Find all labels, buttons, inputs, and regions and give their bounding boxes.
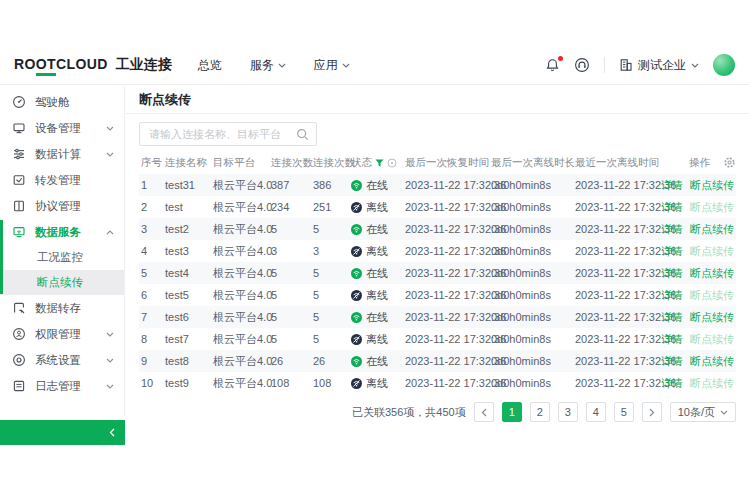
- permission-icon: [12, 327, 26, 341]
- detail-link[interactable]: 详情: [661, 354, 683, 369]
- cell-last-offline-time: 2023-11-22 17:32:36: [575, 355, 661, 367]
- help-circle-icon[interactable]: [387, 158, 397, 168]
- cell-target-platform: 根云平台4.0: [213, 376, 271, 391]
- detail-link[interactable]: 详情: [661, 288, 683, 303]
- resume-link[interactable]: 断点续传: [690, 354, 734, 369]
- nav-item-applications[interactable]: 应用: [314, 57, 350, 74]
- detail-link[interactable]: 详情: [661, 310, 683, 325]
- sidebar-item-protocol-management[interactable]: 协议管理: [0, 193, 124, 219]
- cell-target-platform: 根云平台4.0: [213, 178, 271, 193]
- cell-last-offline-duration: 0d0h0min8s: [491, 333, 575, 345]
- search-icon[interactable]: [296, 128, 309, 141]
- resume-link[interactable]: 断点续传: [690, 332, 734, 347]
- divider: [604, 57, 605, 73]
- sidebar-item-device-management[interactable]: 设备管理: [0, 115, 124, 141]
- table-row: 8 test7 根云平台4.0 5 5 离线 2023-11-22 17:32:…: [139, 328, 736, 350]
- prev-page-button[interactable]: [474, 402, 494, 422]
- cell-last-recover-time: 2023-11-22 17:32:36: [405, 289, 491, 301]
- detail-link[interactable]: 详情: [661, 266, 683, 281]
- filter-funnel-icon[interactable]: [375, 159, 384, 168]
- cell-connection-name: test3: [165, 245, 213, 257]
- offline-status-icon: [351, 378, 362, 389]
- cell-target-platform: 根云平台4.0: [213, 222, 271, 237]
- next-page-button[interactable]: [642, 402, 662, 422]
- detail-link[interactable]: 详情: [661, 376, 683, 391]
- cell-seq: 4: [139, 245, 165, 257]
- cell-last-recover-time: 2023-11-22 17:32:36: [405, 223, 491, 235]
- chevron-left-icon: [109, 428, 115, 437]
- cell-seq: 7: [139, 311, 165, 323]
- sidebar-item-breakpoint-resume[interactable]: 断点续传: [0, 270, 124, 295]
- cell-last-offline-time: 2023-11-22 17:32:36: [575, 267, 661, 279]
- cell-last-recover-time: 2023-11-22 17:32:36: [405, 377, 491, 389]
- sidebar-item-system-settings[interactable]: 系统设置: [0, 347, 124, 373]
- cell-last-recover-time: 2023-11-22 17:32:36: [405, 179, 491, 191]
- settings-icon: [12, 353, 26, 367]
- page-button-5[interactable]: 5: [614, 402, 634, 422]
- resume-link[interactable]: 断点续传: [690, 244, 734, 259]
- cell-seq: 8: [139, 333, 165, 345]
- detail-link[interactable]: 详情: [661, 244, 683, 259]
- cell-last-recover-time: 2023-11-22 17:32:36: [405, 267, 491, 279]
- resume-link[interactable]: 断点续传: [690, 178, 734, 193]
- table-row: 9 test8 根云平台4.0 26 26 在线 2023-11-22 17:3…: [139, 350, 736, 372]
- table-row: 10 test9 根云平台4.0 108 108 离线 2023-11-22 1…: [139, 372, 736, 394]
- cell-connect-count-2: 108: [313, 377, 351, 389]
- brand-logo[interactable]: ROOTCLOUD 工业连接: [14, 56, 172, 74]
- page-button-1[interactable]: 1: [502, 402, 522, 422]
- resume-link[interactable]: 断点续传: [690, 222, 734, 237]
- page-button-3[interactable]: 3: [558, 402, 578, 422]
- resume-link[interactable]: 断点续传: [690, 266, 734, 281]
- table-header-row: 序号 连接名称 目标平台 连接次数 连接次数 状态 最后一次恢复时间 最后一次离…: [139, 152, 736, 174]
- table-row: 1 test31 根云平台4.0 387 386 在线 2023-11-22 1…: [139, 174, 736, 196]
- resume-link[interactable]: 断点续传: [690, 200, 734, 215]
- cell-last-offline-duration: 0d0h0min8s: [491, 201, 575, 213]
- sidebar-item-data-dump[interactable]: 数据转存: [0, 295, 124, 321]
- headset-icon[interactable]: [574, 57, 590, 73]
- cell-last-offline-time: 2023-11-22 17:32:36: [575, 333, 661, 345]
- sidebar-item-forward-management[interactable]: 转发管理: [0, 167, 124, 193]
- page-button-2[interactable]: 2: [530, 402, 550, 422]
- sidebar-collapse-button[interactable]: [0, 420, 125, 445]
- sidebar-item-permission-management[interactable]: 权限管理: [0, 321, 124, 347]
- notification-bell-icon[interactable]: [545, 58, 560, 73]
- detail-link[interactable]: 详情: [661, 222, 683, 237]
- resume-link[interactable]: 断点续传: [690, 310, 734, 325]
- pagination-summary: 已关联356项，共450项: [352, 405, 466, 420]
- chevron-down-icon: [106, 126, 114, 131]
- table-row: 5 test4 根云平台4.0 5 5 在线 2023-11-22 17:32:…: [139, 262, 736, 284]
- sidebar-item-condition-monitoring[interactable]: 工况监控: [0, 245, 124, 270]
- detail-link[interactable]: 详情: [661, 200, 683, 215]
- search-input[interactable]: [147, 127, 290, 141]
- cell-target-platform: 根云平台4.0: [213, 288, 271, 303]
- cell-status: 离线: [351, 200, 405, 215]
- sidebar-item-cockpit[interactable]: 驾驶舱: [0, 89, 124, 115]
- org-switcher[interactable]: 测试企业: [619, 57, 699, 74]
- nav-item-overview[interactable]: 总览: [198, 57, 222, 74]
- chevron-down-icon: [106, 332, 114, 337]
- cell-connection-name: test5: [165, 289, 213, 301]
- detail-link[interactable]: 详情: [661, 332, 683, 347]
- offline-status-icon: [351, 290, 362, 301]
- page-size-select[interactable]: 10条/页: [670, 402, 736, 422]
- cell-connection-name: test9: [165, 377, 213, 389]
- sidebar-item-data-computing[interactable]: 数据计算: [0, 141, 124, 167]
- cell-last-recover-time: 2023-11-22 17:32:36: [405, 333, 491, 345]
- cell-last-offline-duration: 0d0h0min8s: [491, 245, 575, 257]
- page-button-4[interactable]: 4: [586, 402, 606, 422]
- cell-last-recover-time: 2023-11-22 17:32:36: [405, 355, 491, 367]
- chevron-down-icon: [691, 63, 699, 68]
- cell-connect-count-2: 3: [313, 245, 351, 257]
- column-settings-gear-icon[interactable]: [723, 156, 736, 169]
- page-title: 断点续传: [126, 86, 749, 114]
- detail-link[interactable]: 详情: [661, 178, 683, 193]
- sidebar-item-data-services[interactable]: 数据服务: [0, 219, 124, 245]
- chevron-down-icon: [342, 63, 350, 68]
- cell-target-platform: 根云平台4.0: [213, 200, 271, 215]
- sidebar-item-log-management[interactable]: 日志管理: [0, 373, 124, 399]
- user-avatar[interactable]: [713, 54, 735, 76]
- nav-item-services[interactable]: 服务: [250, 57, 286, 74]
- resume-link[interactable]: 断点续传: [690, 376, 734, 391]
- resume-link[interactable]: 断点续传: [690, 288, 734, 303]
- offline-status-icon: [351, 202, 362, 213]
